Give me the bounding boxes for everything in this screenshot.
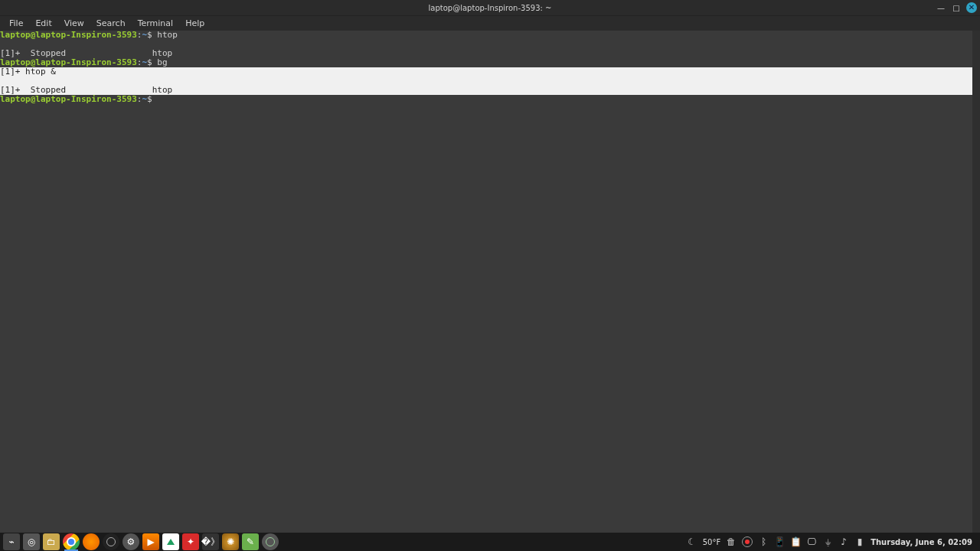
taskbar-app-steam[interactable] (103, 533, 119, 550)
close-button[interactable]: ✕ (966, 2, 977, 13)
media-player-icon: ▶ (147, 536, 154, 547)
command-text: htop (157, 30, 178, 40)
menu-view[interactable]: View (58, 17, 90, 30)
show-desktop-icon: ⌁ (8, 536, 14, 547)
prompt-user: laptop@laptop-Inspiron-3593 (0, 30, 137, 40)
battery-icon[interactable]: ▮ (854, 536, 865, 547)
taskbar-app-mint-menu[interactable] (262, 533, 279, 550)
phone-icon[interactable]: 📱 (774, 536, 785, 547)
clipboard-icon[interactable]: 📋 (790, 536, 801, 547)
trash-icon[interactable]: 🗑 (726, 536, 737, 547)
system-tray: ☾50°F🗑ᛒ📱📋🖵⏚♪▮Thursday, June 6, 02:09 (687, 536, 980, 547)
taskbar-app-app-green[interactable]: ✎ (242, 533, 259, 550)
window-title: laptop@laptop-Inspiron-3593: ~ (429, 4, 552, 12)
command-text: bg (157, 57, 167, 67)
taskbar-app-firefox[interactable] (83, 533, 100, 550)
menu-edit[interactable]: Edit (29, 17, 57, 30)
taskbar: ⌁◎🗀⚙▶✦�》✺✎ ☾50°F🗑ᛒ📱📋🖵⏚♪▮Thursday, June 6… (0, 533, 980, 551)
menu-help[interactable]: Help (179, 17, 211, 30)
terminal-scrollbar[interactable] (972, 31, 980, 533)
disks-icon: ◎ (28, 536, 35, 547)
prompt-line: laptop@laptop-Inspiron-3593:~$ (0, 95, 972, 104)
terminal-output[interactable]: laptop@laptop-Inspiron-3593:~$ htop [1]+… (0, 31, 972, 533)
weather-temp[interactable]: 50°F (703, 538, 720, 546)
app-green-icon: ✎ (247, 536, 254, 547)
app-octo-icon: ✺ (227, 536, 234, 547)
record-icon[interactable] (742, 536, 753, 547)
maximize-button[interactable]: □ (951, 2, 962, 13)
window-titlebar: laptop@laptop-Inspiron-3593: ~ — □ ✕ (0, 0, 980, 15)
taskbar-app-vscode[interactable] (162, 533, 179, 550)
taskbar-app-settings[interactable]: ⚙ (122, 533, 139, 550)
taskbar-app-media-player[interactable]: ▶ (142, 533, 159, 550)
wifi-icon[interactable]: ⏚ (822, 536, 833, 547)
menu-file[interactable]: File (3, 17, 29, 30)
prompt-line: laptop@laptop-Inspiron-3593:~$ bg (0, 58, 972, 67)
settings-icon: ⚙ (127, 536, 136, 547)
menu-bar: FileEditViewSearchTerminalHelp (0, 15, 980, 31)
taskbar-app-chrome[interactable] (63, 533, 80, 550)
app-red-icon: ✦ (187, 536, 194, 547)
taskbar-app-show-desktop[interactable]: ⌁ (3, 533, 20, 550)
clock[interactable]: Thursday, June 6, 02:09 (871, 538, 972, 546)
taskbar-app-app-arrows[interactable]: �》 (202, 533, 219, 550)
taskbar-app-app-octo[interactable]: ✺ (222, 533, 239, 550)
prompt-user: laptop@laptop-Inspiron-3593 (0, 94, 137, 104)
app-arrows-icon: �》 (201, 536, 220, 549)
taskbar-apps: ⌁◎🗀⚙▶✦�》✺✎ (0, 533, 279, 550)
weather-icon[interactable]: ☾ (687, 536, 697, 547)
minimize-button[interactable]: — (936, 2, 946, 13)
taskbar-app-files[interactable]: 🗀 (43, 533, 60, 550)
volume-icon[interactable]: ♪ (838, 536, 849, 547)
prompt-line: laptop@laptop-Inspiron-3593:~$ htop (0, 31, 972, 40)
bluetooth-icon[interactable]: ᛒ (758, 536, 769, 547)
menu-terminal[interactable]: Terminal (132, 17, 180, 30)
inverse-line: [1]+ htop & (0, 67, 972, 77)
files-icon: 🗀 (47, 536, 56, 547)
display-icon[interactable]: 🖵 (806, 536, 817, 547)
taskbar-app-disks[interactable]: ◎ (23, 533, 40, 550)
menu-search[interactable]: Search (90, 17, 132, 30)
taskbar-app-app-red[interactable]: ✦ (182, 533, 199, 550)
window-controls: — □ ✕ (936, 2, 977, 13)
